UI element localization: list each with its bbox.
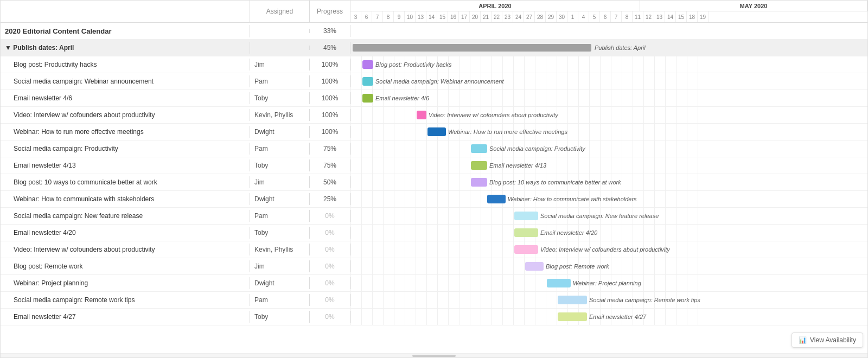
task-name: Video: Interview w/ cofounders about pro… [1, 109, 250, 121]
gantt-bar-label: Social media campaign: Webinar announcem… [375, 78, 503, 85]
task-assigned: Jim [250, 260, 310, 272]
task-name: Email newsletter 4/20 [1, 227, 250, 239]
may-month-label: MAY 2020 [640, 1, 867, 11]
task-assigned: Pam [250, 75, 310, 87]
day-cell-23: 23 [502, 11, 513, 22]
gantt-bar[interactable]: Email newsletter 4/27 [558, 312, 587, 321]
task-chart-cell: Webinar: Project planning [350, 275, 867, 291]
task-row: Email newsletter 4/6Toby100%Email newsle… [1, 90, 867, 107]
gantt-bar[interactable]: Email newsletter 4/20 [514, 228, 538, 237]
gantt-bar[interactable]: Email newsletter 4/6 [362, 94, 373, 103]
project-assigned [250, 29, 310, 33]
day-cell-5: 5 [589, 11, 600, 22]
task-assigned: Pam [250, 294, 310, 306]
view-availability-label: View Availability [810, 336, 856, 344]
gantt-bar-label: Social media campaign: Productivity [489, 145, 585, 152]
gantt-bar-label: Social media campaign: Remote work tips [589, 297, 700, 303]
task-progress: 50% [310, 176, 350, 188]
task-chart-cell: Email newsletter 4/13 [350, 157, 867, 174]
gantt-bar-label: Webinar: Project planning [573, 280, 641, 286]
task-name: Video: Interview w/ cofounders about pro… [1, 244, 250, 255]
task-progress: 0% [310, 260, 350, 272]
task-name: Social media campaign: Remote work tips [1, 294, 250, 306]
task-chart-cell: Blog post: 10 ways to communicate better… [350, 174, 867, 190]
task-progress: 100% [310, 109, 350, 121]
gantt-bar-label: Email newsletter 4/6 [375, 95, 429, 101]
task-chart-cell: Social media campaign: Productivity [350, 140, 867, 157]
gantt-bar[interactable]: Social media campaign: Webinar announcem… [362, 77, 373, 86]
gantt-bar[interactable]: Webinar: How to communicate with stakeho… [487, 195, 506, 203]
day-cell-17: 17 [459, 11, 470, 22]
scroll-thumb [412, 355, 456, 357]
gantt-bar[interactable]: Blog post: Remote work [525, 262, 544, 271]
task-assigned: Toby [250, 159, 310, 171]
gantt-bar-label: Blog post: Productivity hacks [375, 61, 452, 68]
task-name: Blog post: Remote work [1, 260, 250, 272]
task-assigned: Dwight [250, 193, 310, 205]
day-header: 3678910131415161720212223242728293014567… [350, 11, 867, 22]
task-name: Email newsletter 4/27 [1, 311, 250, 323]
gantt-bar[interactable]: Blog post: Productivity hacks [362, 60, 373, 69]
gantt-bar-label: Email newsletter 4/13 [489, 162, 546, 169]
view-availability-button[interactable]: 📊 View Availability [792, 333, 863, 348]
task-assigned: Toby [250, 92, 310, 104]
task-progress: 100% [310, 92, 350, 104]
day-cell-6: 6 [361, 11, 372, 22]
task-assigned: Pam [250, 143, 310, 155]
task-chart-cell: Webinar: How to communicate with stakeho… [350, 191, 867, 207]
task-progress: 75% [310, 159, 350, 171]
task-row: Blog post: Remote workJim0%Blog post: Re… [1, 258, 867, 275]
task-assigned: Toby [250, 227, 310, 239]
day-cell-18: 18 [687, 11, 698, 22]
task-assigned: Jim [250, 59, 310, 71]
assigned-label: Assigned [266, 8, 293, 15]
task-assigned: Toby [250, 311, 310, 323]
task-name: Blog post: 10 ways to communicate better… [1, 176, 250, 188]
task-name: Social media campaign: Productivity [1, 143, 250, 155]
day-cell-19: 19 [698, 11, 709, 22]
assigned-column-header: Assigned [250, 1, 310, 22]
day-cell-1: 1 [567, 11, 578, 22]
month-header: APRIL 2020 MAY 2020 [350, 1, 867, 11]
day-cell-24: 24 [513, 11, 524, 22]
task-progress: 100% [310, 75, 350, 87]
project-progress: 33% [310, 25, 350, 37]
gantt-bar[interactable]: Email newsletter 4/13 [471, 161, 487, 170]
task-assigned: Dwight [250, 277, 310, 289]
task-chart-cell: Blog post: Productivity hacks [350, 56, 867, 73]
task-row: Video: Interview w/ cofounders about pro… [1, 241, 867, 258]
task-name: Blog post: Productivity hacks [1, 59, 250, 71]
day-cell-6: 6 [600, 11, 611, 22]
task-assigned: Kevin, Phyllis [250, 109, 310, 121]
day-cell-14: 14 [426, 11, 437, 22]
task-progress: 75% [310, 143, 350, 155]
task-row: Social media campaign: Webinar announcem… [1, 73, 867, 90]
day-cell-30: 30 [557, 11, 567, 22]
task-row: Webinar: How to run more effective meeti… [1, 124, 867, 140]
gantt-bar-label: Email newsletter 4/20 [540, 229, 597, 236]
gantt-bar[interactable]: Social media campaign: Productivity [471, 144, 487, 153]
gantt-bar[interactable]: Social media campaign: Remote work tips [558, 296, 587, 304]
group-row[interactable]: ▼ Publish dates: April 45% Publish dates… [1, 40, 867, 56]
task-assigned: Kevin, Phyllis [250, 244, 310, 255]
task-chart-cell: Email newsletter 4/20 [350, 225, 867, 241]
gantt-bar[interactable]: Webinar: Project planning [547, 279, 571, 287]
day-cell-13: 13 [654, 11, 665, 22]
task-progress: 25% [310, 193, 350, 205]
task-chart-cell: Blog post: Remote work [350, 258, 867, 274]
gantt-bar[interactable]: Webinar: How to run more effective meeti… [427, 127, 446, 136]
day-cell-8: 8 [383, 11, 394, 22]
gantt-bar[interactable]: Blog post: 10 ways to communicate better… [471, 178, 487, 187]
gantt-bar[interactable]: Video: Interview w/ cofounders about pro… [417, 111, 426, 119]
task-row: Video: Interview w/ cofounders about pro… [1, 107, 867, 124]
project-chart [350, 23, 867, 39]
day-cell-29: 29 [546, 11, 557, 22]
task-progress: 0% [310, 210, 350, 222]
project-title: 2020 Editorial Content Calendar [1, 25, 250, 37]
day-cell-13: 13 [416, 11, 426, 22]
day-cell-11: 11 [633, 11, 643, 22]
gantt-bar[interactable]: Video: Interview w/ cofounders about pro… [514, 245, 538, 254]
task-name: Email newsletter 4/6 [1, 92, 250, 104]
bottom-scrollbar[interactable] [1, 353, 867, 357]
gantt-bar[interactable]: Social media campaign: New feature relea… [514, 212, 538, 220]
